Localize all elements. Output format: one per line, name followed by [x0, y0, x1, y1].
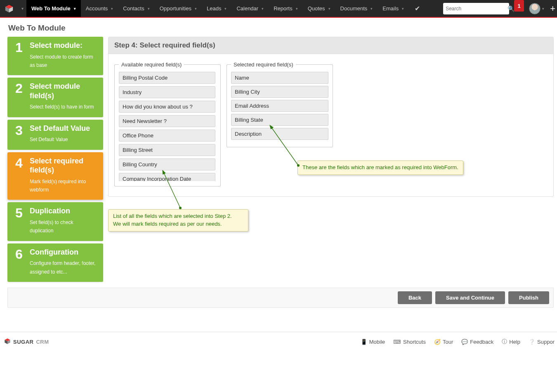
- notification-badge[interactable]: 1: [514, 0, 524, 12]
- nav-label: Calendar: [236, 5, 258, 12]
- nav-item-leads[interactable]: Leads▾: [202, 0, 231, 17]
- wizard-step-3[interactable]: 3Set Default ValueSet Default Value: [7, 120, 103, 150]
- panel-heading: Step 4: Select required field(s): [109, 37, 553, 54]
- selected-legend: Selected required field(s): [231, 61, 296, 68]
- step-title: Configuration: [30, 248, 98, 257]
- keyboard-icon: ⌨: [393, 339, 401, 345]
- search-box[interactable]: 🔍: [443, 3, 509, 14]
- selected-field-item[interactable]: Email Address: [231, 100, 328, 112]
- nav-item-emails[interactable]: Emails▾: [378, 0, 409, 17]
- footer-mobile[interactable]: 📱Mobile: [361, 339, 385, 345]
- footer-help[interactable]: ⓘHelp: [502, 338, 520, 345]
- footer-tour[interactable]: 🧭Tour: [434, 339, 453, 345]
- top-nav: ▾Web To Module▾Accounts▾Contacts▾Opportu…: [0, 0, 557, 18]
- available-field-item[interactable]: How did you know about us ?: [119, 101, 215, 113]
- step-desc: Configure form header, footer, assigned …: [30, 259, 98, 276]
- nav-item-calendar[interactable]: Calendar▾: [231, 0, 269, 17]
- step-number: 6: [12, 248, 26, 276]
- quick-create-button[interactable]: +: [547, 0, 557, 17]
- wizard-steps: 1Select module:Select module to create f…: [7, 37, 103, 282]
- wizard-step-4[interactable]: 4Select required field(s)Mark field(s) r…: [7, 152, 103, 200]
- nav-label: Emails: [382, 5, 399, 12]
- chevron-down-icon: ▾: [148, 7, 150, 11]
- available-field-item[interactable]: Billing Street: [119, 144, 215, 156]
- step-title: Select module field(s): [30, 82, 98, 100]
- step-title: Duplication: [30, 206, 98, 216]
- selected-field-item[interactable]: Name: [231, 72, 328, 84]
- nav-label: Web To Module: [31, 5, 71, 12]
- nav-item-contacts[interactable]: Contacts▾: [118, 0, 154, 17]
- avatar-icon: [529, 3, 540, 14]
- available-field-item[interactable]: Industry: [119, 86, 215, 98]
- step-number: 2: [12, 82, 26, 111]
- chevron-down-icon: ▾: [296, 7, 298, 11]
- footer-logo[interactable]: SUGARCRM: [4, 338, 49, 346]
- wizard-step-2[interactable]: 2Select module field(s)Select field(s) t…: [7, 78, 103, 117]
- available-legend: Available required field(s): [119, 61, 184, 68]
- back-button[interactable]: Back: [398, 291, 432, 304]
- step-desc: Select module to create form as base: [30, 53, 98, 70]
- nav-item-documents[interactable]: Documents▾: [335, 0, 378, 17]
- nav-label: Contacts: [123, 5, 144, 12]
- chevron-down-icon: ▾: [262, 7, 264, 11]
- chevron-down-icon: ▾: [111, 7, 113, 11]
- wizard-step-6[interactable]: 6ConfigurationConfigure form header, foo…: [7, 243, 103, 282]
- available-field-item[interactable]: Need Newsletter ?: [119, 115, 215, 127]
- footer-support[interactable]: ❔Suppor: [529, 339, 555, 345]
- nav-item-opportunities[interactable]: Opportunities▾: [155, 0, 202, 17]
- wizard-step-1[interactable]: 1Select module:Select module to create f…: [7, 37, 103, 75]
- nav-item-quotes[interactable]: Quotes▾: [303, 0, 335, 17]
- page-title: Web To Module: [0, 18, 557, 37]
- step-number: 4: [12, 156, 26, 194]
- nav-label: Leads: [207, 5, 221, 12]
- search-icon[interactable]: 🔍: [507, 5, 515, 12]
- logo-dropdown[interactable]: ▾: [18, 0, 26, 17]
- step-desc: Set Default Value: [30, 135, 98, 144]
- chevron-down-icon: ▾: [402, 7, 404, 11]
- cube-icon: [5, 4, 14, 13]
- footer-feedback[interactable]: 💬Feedback: [461, 339, 493, 345]
- chat-icon: 💬: [461, 339, 468, 345]
- info-icon: ⓘ: [502, 338, 507, 345]
- step-title: Set Default Value: [30, 124, 98, 133]
- chevron-down-icon: ▾: [195, 7, 197, 11]
- nav-label: Documents: [340, 5, 368, 12]
- question-icon: ❔: [529, 339, 535, 345]
- search-wrap: 🔍: [441, 0, 512, 17]
- footer-shortcuts[interactable]: ⌨Shortcuts: [393, 339, 426, 345]
- svg-line-5: [164, 173, 180, 208]
- arrow-available: [158, 169, 191, 214]
- footer: SUGARCRM 📱Mobile ⌨Shortcuts 🧭Tour 💬Feedb…: [0, 332, 557, 352]
- chevron-down-icon: ▾: [542, 7, 544, 11]
- available-fieldset: Available required field(s) Billing Post…: [114, 61, 221, 187]
- action-bar: Back Save and Continue Publish: [7, 288, 554, 308]
- available-field-item[interactable]: Office Phone: [119, 130, 215, 142]
- nav-item-reports[interactable]: Reports▾: [269, 0, 303, 17]
- nav-item-web-to-module[interactable]: Web To Module▾: [26, 0, 81, 17]
- nav-label: Opportunities: [160, 5, 191, 12]
- nav-item-accounts[interactable]: Accounts▾: [81, 0, 118, 17]
- step-number: 1: [12, 41, 26, 69]
- check-icon: ✔: [415, 5, 420, 12]
- save-continue-button[interactable]: Save and Continue: [435, 291, 505, 304]
- nav-more[interactable]: ✔: [409, 0, 426, 17]
- step-title: Select required field(s): [30, 156, 98, 175]
- svg-point-4: [297, 164, 300, 167]
- step-title: Select module:: [30, 41, 98, 50]
- publish-button[interactable]: Publish: [508, 291, 549, 304]
- footer-brand: SUGAR: [13, 339, 33, 345]
- available-list[interactable]: Billing Postal CodeIndustryHow did you k…: [119, 72, 216, 181]
- mobile-icon: 📱: [361, 339, 367, 345]
- search-input[interactable]: [446, 6, 507, 12]
- wizard-step-5[interactable]: 5DuplicationSet field(s) to check duplic…: [7, 202, 103, 241]
- step-number: 3: [12, 124, 26, 144]
- step-desc: Select field(s) to have in form: [30, 103, 98, 111]
- selected-field-item[interactable]: Billing City: [231, 86, 328, 98]
- cube-icon: [4, 338, 11, 346]
- available-field-item[interactable]: Billing Postal Code: [119, 72, 215, 84]
- callout-selected: These are the fields which are marked as…: [297, 161, 463, 175]
- chevron-down-icon: ▾: [224, 7, 227, 11]
- app-logo[interactable]: [0, 0, 18, 17]
- chevron-down-icon: ▾: [371, 7, 373, 11]
- user-menu[interactable]: ▾: [526, 0, 547, 17]
